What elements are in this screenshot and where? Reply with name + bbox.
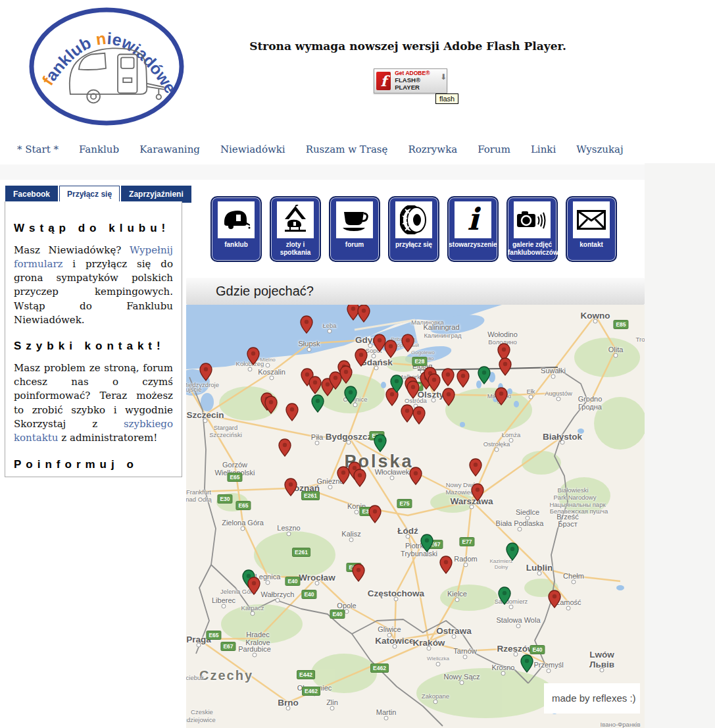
sidebar-panel: Wstąp do klubu!Masz Niewiadówkę? Wypełni…	[5, 201, 182, 477]
nav-item-niewiadówki[interactable]: Niewiadówki	[220, 143, 285, 155]
svg-text:i: i	[467, 205, 481, 235]
red-map-marker[interactable]	[407, 380, 420, 399]
green-map-marker[interactable]	[344, 386, 357, 404]
subnav-band	[0, 165, 645, 180]
tire-icon	[395, 201, 432, 238]
red-map-marker[interactable]	[368, 505, 382, 523]
sidebar-paragraph: Masz problem ze stroną, forum chcesz nas…	[14, 361, 173, 446]
download-arrow-icon: ⬇	[440, 72, 447, 82]
camera-icon	[514, 201, 551, 238]
red-map-marker[interactable]	[401, 334, 414, 352]
red-map-marker[interactable]	[469, 458, 482, 477]
red-map-marker[interactable]	[412, 406, 426, 425]
nav-item-wyszukaj[interactable]: Wyszukaj	[576, 143, 624, 155]
green-map-marker[interactable]	[374, 434, 387, 452]
get-flash-player-button[interactable]: f Get ADOBE® FLASH® PLAYER ⬇	[374, 68, 447, 93]
poland-map[interactable]: МалиновкаKaliningradКалининградKownoWoło…	[186, 305, 645, 728]
green-map-marker[interactable]	[311, 394, 324, 413]
flash-tooltip: flash	[435, 93, 458, 104]
nav-item-karawaning[interactable]: Karawaning	[139, 143, 200, 155]
coffee-icon	[336, 201, 373, 238]
flash-required-message: Strona wymaga nowszej wersji Adobe Flash…	[230, 39, 585, 53]
nav-item-rozrywka[interactable]: Rozrywka	[408, 143, 457, 155]
sign-button-zloty-i-spotkania[interactable]: zloty i spotkania	[270, 196, 321, 262]
sign-button-kontakt[interactable]: kontakt	[566, 196, 617, 262]
red-map-marker[interactable]	[308, 376, 322, 394]
tab-facebook[interactable]: Facebook	[5, 186, 58, 203]
red-map-marker[interactable]	[357, 305, 370, 323]
caravan-logo-icon: fanklub niewiadówek	[28, 5, 185, 126]
fanklub-logo[interactable]: fanklub niewiadówek	[28, 5, 185, 126]
tent-icon	[277, 201, 314, 238]
red-map-marker[interactable]	[278, 438, 291, 457]
red-map-marker[interactable]	[471, 483, 484, 502]
red-map-marker[interactable]	[499, 357, 512, 376]
red-map-marker[interactable]	[401, 404, 414, 423]
green-map-marker[interactable]	[478, 366, 491, 384]
sign-button-galerie-zdjęć-fanklubowiczów[interactable]: galerie zdjęć fanklubowiczów	[506, 196, 558, 262]
sign-button-forum[interactable]: forum	[329, 196, 380, 262]
nav-item-fanklub[interactable]: Fanklub	[79, 143, 119, 155]
info-icon: i	[455, 201, 491, 238]
red-map-marker[interactable]	[548, 590, 561, 608]
envelope-icon	[573, 201, 610, 238]
nav-item--start-[interactable]: * Start *	[17, 143, 59, 155]
red-map-marker[interactable]	[247, 347, 260, 365]
page-right-margin	[645, 163, 715, 728]
nav-item-ruszam-w-trasę[interactable]: Ruszam w Trasę	[306, 143, 388, 155]
green-map-marker[interactable]	[520, 654, 533, 673]
sidebar-heading: Szybki kontakt!	[14, 338, 173, 355]
sign-label: stowarzyszenie	[449, 241, 497, 249]
red-map-marker[interactable]	[495, 387, 508, 405]
red-map-marker[interactable]	[264, 396, 278, 414]
red-map-marker[interactable]	[442, 388, 455, 406]
green-map-marker[interactable]	[420, 534, 433, 552]
sign-button-przyłącz-się[interactable]: przyłącz się	[388, 196, 439, 262]
sign-label: galerie zdjęć fanklubowiczów	[508, 241, 556, 256]
sidebar-paragraph: Masz Niewiadówkę? Wypełnij formularz i p…	[14, 244, 173, 328]
sign-label: forum	[330, 241, 379, 249]
nav-item-linki[interactable]: Linki	[531, 143, 556, 155]
red-map-marker[interactable]	[441, 368, 455, 386]
sidebar-tabbar: FacebookPrzyłącz sięZaprzyjaźnieni	[5, 186, 193, 203]
red-map-marker[interactable]	[199, 363, 212, 381]
sign-button-fanklub[interactable]: fanklub	[210, 196, 262, 262]
sign-buttons-row: fanklubzloty i spotkaniaforumprzyłącz si…	[210, 196, 617, 262]
sidebar-text: Masz Niewiadówkę?	[14, 244, 130, 256]
red-map-marker[interactable]	[247, 577, 260, 595]
flash-button-line2: FLASH® PLAYER	[395, 77, 436, 91]
red-map-marker[interactable]	[428, 373, 441, 392]
map-background	[186, 305, 645, 728]
sign-label: przyłącz się	[389, 241, 438, 249]
green-map-marker[interactable]	[390, 375, 403, 393]
red-map-marker[interactable]	[284, 478, 297, 496]
flash-logo-icon: f	[376, 72, 391, 90]
sign-label: fanklub	[212, 241, 260, 249]
sign-label: zloty i spotkania	[271, 241, 320, 256]
sidebar-heading: Wstąp do klubu!	[14, 220, 173, 237]
sidebar-text: z administratorem!	[59, 432, 158, 444]
tab-przyłącz-się[interactable]: Przyłącz się	[59, 186, 120, 203]
sidebar-heading: Poinformuj o imprezie karawaningowej!	[14, 456, 173, 477]
red-map-marker[interactable]	[339, 365, 353, 384]
green-map-marker[interactable]	[498, 586, 511, 605]
sign-label: kontakt	[567, 241, 616, 249]
red-map-marker[interactable]	[384, 340, 397, 358]
red-map-marker[interactable]	[355, 348, 368, 367]
main-navigation: * Start *FanklubKarawaningNiewiadówkiRus…	[17, 143, 629, 155]
caravan-icon	[218, 201, 255, 238]
red-map-marker[interactable]	[409, 467, 422, 485]
map-section-header: Gdzie pojechać?	[186, 278, 645, 305]
tab-zaprzyjaźnieni[interactable]: Zaprzyjaźnieni	[121, 186, 191, 203]
red-map-marker[interactable]	[285, 403, 299, 421]
green-map-marker[interactable]	[506, 542, 519, 561]
nav-item-forum[interactable]: Forum	[478, 143, 510, 155]
red-map-marker[interactable]	[352, 563, 365, 582]
red-map-marker[interactable]	[439, 556, 453, 574]
sign-button-stowarzyszenie[interactable]: istowarzyszenie	[447, 196, 499, 262]
red-map-marker[interactable]	[456, 369, 470, 388]
map-credit: made by reflexes :)	[544, 683, 640, 714]
red-map-marker[interactable]	[300, 315, 313, 334]
red-map-marker[interactable]	[353, 469, 366, 487]
